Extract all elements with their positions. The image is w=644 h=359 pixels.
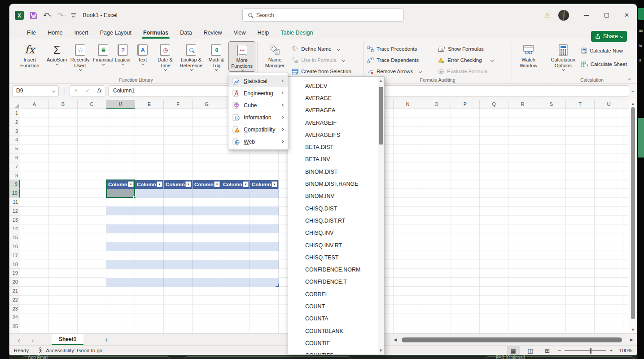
function-item-confidence.t[interactable]: CONFIDENCE.T bbox=[288, 276, 384, 288]
trace-dependents-button[interactable]: Trace Dependents bbox=[365, 55, 436, 65]
table-header-column6[interactable]: Column6▼ bbox=[250, 180, 279, 189]
text-button[interactable]: A Text bbox=[132, 41, 152, 66]
row-header-2[interactable]: 2 bbox=[9, 118, 20, 127]
row-header-8[interactable]: 8 bbox=[9, 171, 20, 180]
chevron-down-icon[interactable] bbox=[241, 68, 244, 71]
tab-home[interactable]: Home bbox=[42, 27, 68, 39]
row-header-7[interactable]: 7 bbox=[9, 162, 20, 171]
scroll-right-icon[interactable]: ▶ bbox=[630, 337, 633, 342]
zoom-slider-thumb[interactable] bbox=[590, 348, 591, 354]
row-header-22[interactable]: 22 bbox=[9, 296, 20, 305]
undo-button[interactable]: ↶ bbox=[43, 11, 51, 20]
table-row-13[interactable] bbox=[106, 215, 279, 224]
chevron-down-icon[interactable] bbox=[141, 62, 145, 65]
column-header-T[interactable]: T bbox=[566, 100, 595, 109]
tab-insert[interactable]: Insert bbox=[69, 27, 94, 39]
fill-handle[interactable] bbox=[133, 196, 136, 199]
table-row-12[interactable] bbox=[106, 206, 279, 215]
chevron-down-icon[interactable] bbox=[215, 68, 218, 71]
zoom-in-button[interactable]: + bbox=[609, 348, 613, 353]
function-item-countif[interactable]: COUNTIF bbox=[288, 337, 384, 349]
minimize-button[interactable] bbox=[576, 4, 596, 26]
function-item-count[interactable]: COUNT bbox=[288, 300, 384, 312]
row-header-15[interactable]: 15 bbox=[9, 233, 20, 242]
more-functions-button[interactable]: ⋯ More Functions bbox=[228, 41, 256, 72]
chevron-down-icon[interactable] bbox=[337, 47, 340, 50]
vertical-scroll-thumb[interactable] bbox=[631, 107, 635, 319]
table-header-column4[interactable]: Column4▼ bbox=[193, 180, 221, 189]
column-header-B[interactable]: B bbox=[49, 100, 78, 109]
tab-review[interactable]: Review bbox=[198, 27, 228, 39]
scroll-down-icon[interactable]: ▼ bbox=[629, 328, 637, 332]
filter-button[interactable]: ▼ bbox=[243, 181, 249, 187]
function-item-beta.inv[interactable]: BETA.INV bbox=[288, 153, 384, 166]
function-item-countblank[interactable]: COUNTBLANK bbox=[288, 325, 384, 337]
error-checking-button[interactable]: Error Checking bbox=[436, 55, 508, 65]
autosum-button[interactable]: Σ AutoSum bbox=[47, 41, 66, 66]
table-row-18[interactable] bbox=[106, 260, 279, 269]
table-row-16[interactable] bbox=[106, 242, 279, 251]
chevron-down-icon[interactable] bbox=[164, 68, 167, 71]
chevron-down-icon[interactable] bbox=[56, 62, 59, 65]
tab-file[interactable]: File bbox=[21, 27, 42, 39]
function-item-chisq.inv.rt[interactable]: CHISQ.INV.RT bbox=[288, 239, 384, 251]
scroll-up-icon[interactable]: ▲ bbox=[629, 101, 637, 106]
filter-button[interactable]: ▼ bbox=[214, 181, 220, 187]
column-header-G[interactable]: G bbox=[193, 100, 221, 109]
horizontal-scrollbar[interactable]: ⋮ ◀ ▶ bbox=[386, 335, 633, 344]
function-item-avedev[interactable]: AVEDEV bbox=[288, 80, 384, 92]
financial-button[interactable]: ≣ Financial bbox=[93, 41, 113, 66]
page-break-preview-button[interactable]: ⊞ bbox=[541, 346, 554, 355]
function-item-counta[interactable]: COUNTA bbox=[288, 313, 384, 325]
menu-item-information[interactable]: Information bbox=[228, 111, 288, 123]
account-avatar[interactable] bbox=[558, 10, 569, 21]
column-header-R[interactable]: R bbox=[508, 100, 537, 109]
table-row-11[interactable] bbox=[106, 198, 279, 207]
row-header-20[interactable]: 20 bbox=[9, 278, 20, 287]
column-header-E[interactable]: E bbox=[135, 100, 164, 109]
table-row-15[interactable] bbox=[106, 233, 279, 242]
menu-item-statistical[interactable]: Statistical bbox=[228, 75, 288, 87]
name-box[interactable]: D9 bbox=[12, 85, 59, 96]
tab-data[interactable]: Data bbox=[174, 27, 197, 39]
previous-sheet-icon[interactable] bbox=[14, 336, 25, 344]
row-header-6[interactable]: 6 bbox=[9, 153, 20, 162]
show-formulas-button[interactable]: fx Show Formulas bbox=[436, 44, 508, 54]
recently-used-button[interactable]: ☆ Recently Used bbox=[67, 41, 93, 71]
chevron-down-icon[interactable] bbox=[190, 68, 193, 71]
table-resize-handle[interactable] bbox=[276, 284, 279, 287]
row-header-12[interactable]: 12 bbox=[9, 207, 20, 216]
search-input[interactable]: Search bbox=[242, 9, 404, 22]
lookup-reference-button[interactable]: Lookup & Reference bbox=[178, 41, 205, 71]
table-row-20[interactable] bbox=[106, 278, 279, 287]
column-header-C[interactable]: C bbox=[78, 100, 106, 109]
row-header-23[interactable]: 23 bbox=[9, 305, 20, 314]
formula-bar-splitter[interactable]: ⋮ bbox=[61, 88, 67, 94]
scroll-left-icon[interactable]: ◀ bbox=[394, 337, 397, 342]
horizontal-scroll-thumb[interactable] bbox=[402, 337, 622, 342]
function-item-confidence.norm[interactable]: CONFIDENCE.NORM bbox=[288, 263, 384, 276]
filter-button[interactable]: ▼ bbox=[272, 181, 277, 187]
chevron-down-icon[interactable] bbox=[491, 58, 494, 61]
chevron-down-icon[interactable] bbox=[122, 62, 125, 65]
function-item-beta.dist[interactable]: BETA.DIST bbox=[288, 141, 384, 153]
date-time-button[interactable]: ◷ Date & Time bbox=[152, 41, 178, 71]
tab-help[interactable]: Help bbox=[252, 27, 275, 39]
calculate-sheet-button[interactable]: Calculate Sheet bbox=[579, 59, 629, 69]
logical-button[interactable]: ? Logical bbox=[113, 41, 132, 66]
function-item-averageif[interactable]: AVERAGEIF bbox=[288, 117, 384, 129]
tab-table-design[interactable]: Table Design bbox=[275, 27, 319, 39]
chevron-down-icon[interactable] bbox=[419, 70, 422, 73]
name-manager-button[interactable]: Name Manager bbox=[259, 41, 290, 68]
menu-item-compatibility[interactable]: Compatibility bbox=[228, 123, 288, 136]
column-header-D[interactable]: D bbox=[106, 100, 135, 109]
column-header-P[interactable]: P bbox=[451, 100, 480, 109]
menu-item-cube[interactable]: Cube bbox=[228, 99, 288, 111]
scroll-up-icon[interactable]: ▲ bbox=[378, 79, 384, 83]
function-item-binom.dist.range[interactable]: BINOM.DIST.RANGE bbox=[288, 178, 384, 190]
row-header-21[interactable]: 21 bbox=[9, 287, 20, 296]
column-header-Q[interactable]: Q bbox=[480, 100, 508, 109]
undo-chevron-icon[interactable] bbox=[49, 14, 52, 17]
row-header-5[interactable]: 5 bbox=[9, 144, 20, 153]
column-header-S[interactable]: S bbox=[537, 100, 566, 109]
